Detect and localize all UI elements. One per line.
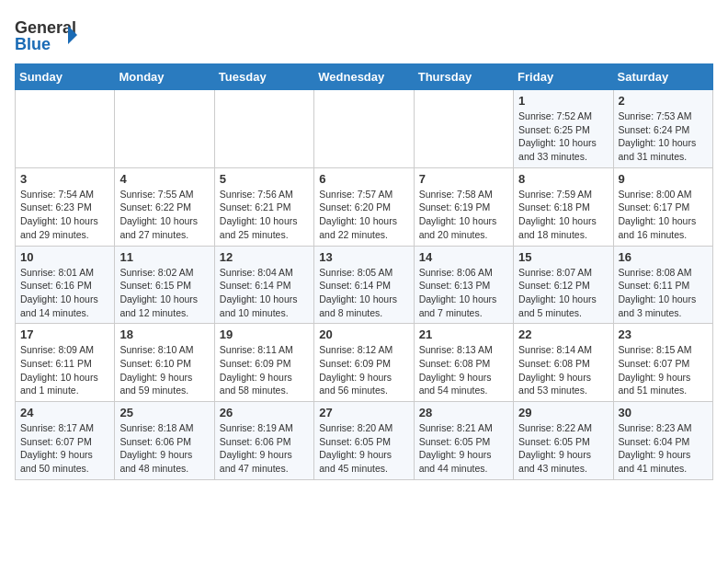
calendar-cell: 26Sunrise: 8:19 AMSunset: 6:06 PMDayligh… — [214, 402, 313, 480]
calendar-week-1: 1Sunrise: 7:52 AMSunset: 6:25 PMDaylight… — [16, 90, 713, 168]
weekday-header-saturday: Saturday — [613, 64, 712, 90]
calendar-cell — [214, 90, 313, 168]
calendar-cell: 16Sunrise: 8:08 AMSunset: 6:11 PMDayligh… — [613, 246, 712, 324]
calendar-week-4: 17Sunrise: 8:09 AMSunset: 6:11 PMDayligh… — [16, 324, 713, 402]
day-info: Sunrise: 8:04 AMSunset: 6:14 PMDaylight:… — [220, 266, 309, 320]
day-info: Sunrise: 8:22 AMSunset: 6:05 PMDaylight:… — [518, 421, 608, 476]
day-number: 18 — [119, 327, 209, 341]
day-info: Sunrise: 8:20 AMSunset: 6:05 PMDaylight:… — [319, 421, 408, 476]
day-number: 27 — [319, 406, 408, 419]
day-number: 30 — [619, 406, 708, 419]
calendar-cell: 24Sunrise: 8:17 AMSunset: 6:07 PMDayligh… — [16, 402, 115, 480]
day-number: 7 — [419, 172, 508, 186]
calendar-week-3: 10Sunrise: 8:01 AMSunset: 6:16 PMDayligh… — [16, 246, 713, 324]
calendar-cell — [115, 90, 214, 168]
calendar-cell: 27Sunrise: 8:20 AMSunset: 6:05 PMDayligh… — [314, 402, 414, 480]
logo-svg: GeneralBlue — [15, 15, 79, 56]
day-number: 28 — [419, 406, 508, 419]
calendar-cell: 6Sunrise: 7:57 AMSunset: 6:20 PMDaylight… — [314, 167, 414, 246]
day-info: Sunrise: 8:00 AMSunset: 6:17 PMDaylight:… — [619, 188, 708, 242]
day-info: Sunrise: 7:57 AMSunset: 6:20 PMDaylight:… — [319, 188, 408, 242]
day-number: 12 — [220, 250, 309, 264]
day-number: 13 — [319, 250, 408, 264]
calendar-cell: 4Sunrise: 7:55 AMSunset: 6:22 PMDaylight… — [115, 167, 214, 246]
weekday-header-tuesday: Tuesday — [214, 64, 313, 90]
calendar-cell: 8Sunrise: 7:59 AMSunset: 6:18 PMDaylight… — [514, 167, 613, 246]
calendar-cell: 10Sunrise: 8:01 AMSunset: 6:16 PMDayligh… — [16, 246, 115, 324]
day-number: 21 — [419, 327, 508, 341]
calendar-body: 1Sunrise: 7:52 AMSunset: 6:25 PMDaylight… — [16, 90, 713, 480]
day-info: Sunrise: 7:59 AMSunset: 6:18 PMDaylight:… — [518, 188, 608, 242]
day-number: 2 — [619, 94, 708, 108]
day-number: 8 — [518, 172, 608, 186]
day-number: 23 — [619, 327, 708, 341]
day-info: Sunrise: 8:10 AMSunset: 6:10 PMDaylight:… — [119, 343, 209, 397]
calendar-cell: 11Sunrise: 8:02 AMSunset: 6:15 PMDayligh… — [115, 246, 214, 324]
day-info: Sunrise: 8:11 AMSunset: 6:09 PMDaylight:… — [220, 343, 309, 397]
day-number: 11 — [119, 250, 209, 264]
calendar-cell: 13Sunrise: 8:05 AMSunset: 6:14 PMDayligh… — [314, 246, 414, 324]
weekday-header-sunday: Sunday — [16, 64, 115, 90]
day-number: 9 — [619, 172, 708, 186]
calendar-cell: 25Sunrise: 8:18 AMSunset: 6:06 PMDayligh… — [115, 402, 214, 480]
day-info: Sunrise: 7:56 AMSunset: 6:21 PMDaylight:… — [220, 188, 309, 242]
calendar-cell: 28Sunrise: 8:21 AMSunset: 6:05 PMDayligh… — [414, 402, 513, 480]
day-number: 10 — [20, 250, 109, 264]
calendar-cell: 1Sunrise: 7:52 AMSunset: 6:25 PMDaylight… — [514, 90, 613, 168]
day-info: Sunrise: 8:08 AMSunset: 6:11 PMDaylight:… — [619, 266, 708, 320]
calendar-cell — [414, 90, 513, 168]
calendar-cell: 3Sunrise: 7:54 AMSunset: 6:23 PMDaylight… — [16, 167, 115, 246]
calendar-cell: 22Sunrise: 8:14 AMSunset: 6:08 PMDayligh… — [514, 324, 613, 402]
day-number: 29 — [518, 406, 608, 419]
day-number: 19 — [220, 327, 309, 341]
calendar-cell: 21Sunrise: 8:13 AMSunset: 6:08 PMDayligh… — [414, 324, 513, 402]
weekday-header-monday: Monday — [115, 64, 214, 90]
day-number: 17 — [20, 327, 109, 341]
day-number: 25 — [119, 406, 209, 419]
day-info: Sunrise: 8:15 AMSunset: 6:07 PMDaylight:… — [619, 343, 708, 397]
day-info: Sunrise: 7:52 AMSunset: 6:25 PMDaylight:… — [518, 109, 608, 164]
day-number: 3 — [20, 172, 109, 186]
day-number: 1 — [518, 94, 608, 108]
day-info: Sunrise: 7:55 AMSunset: 6:22 PMDaylight:… — [119, 188, 209, 242]
day-info: Sunrise: 7:53 AMSunset: 6:24 PMDaylight:… — [619, 109, 708, 164]
calendar-cell: 23Sunrise: 8:15 AMSunset: 6:07 PMDayligh… — [613, 324, 712, 402]
day-info: Sunrise: 8:18 AMSunset: 6:06 PMDaylight:… — [119, 421, 209, 476]
calendar-cell: 15Sunrise: 8:07 AMSunset: 6:12 PMDayligh… — [514, 246, 613, 324]
weekday-header-row: SundayMondayTuesdayWednesdayThursdayFrid… — [16, 64, 713, 90]
day-number: 6 — [319, 172, 408, 186]
calendar-cell — [314, 90, 414, 168]
day-number: 15 — [518, 250, 608, 264]
day-number: 26 — [220, 406, 309, 419]
calendar-cell: 9Sunrise: 8:00 AMSunset: 6:17 PMDaylight… — [613, 167, 712, 246]
calendar-cell: 2Sunrise: 7:53 AMSunset: 6:24 PMDaylight… — [613, 90, 712, 168]
day-info: Sunrise: 8:14 AMSunset: 6:08 PMDaylight:… — [518, 343, 608, 397]
day-number: 14 — [419, 250, 508, 264]
calendar-cell — [16, 90, 115, 168]
day-info: Sunrise: 8:13 AMSunset: 6:08 PMDaylight:… — [419, 343, 508, 397]
calendar-cell: 30Sunrise: 8:23 AMSunset: 6:04 PMDayligh… — [613, 402, 712, 480]
day-info: Sunrise: 8:06 AMSunset: 6:13 PMDaylight:… — [419, 266, 508, 320]
day-info: Sunrise: 8:07 AMSunset: 6:12 PMDaylight:… — [518, 266, 608, 320]
calendar-cell: 19Sunrise: 8:11 AMSunset: 6:09 PMDayligh… — [214, 324, 313, 402]
day-info: Sunrise: 7:54 AMSunset: 6:23 PMDaylight:… — [20, 188, 109, 242]
calendar-cell: 5Sunrise: 7:56 AMSunset: 6:21 PMDaylight… — [214, 167, 313, 246]
day-info: Sunrise: 8:05 AMSunset: 6:14 PMDaylight:… — [319, 266, 408, 320]
day-info: Sunrise: 8:09 AMSunset: 6:11 PMDaylight:… — [20, 343, 109, 397]
day-info: Sunrise: 8:02 AMSunset: 6:15 PMDaylight:… — [119, 266, 209, 320]
calendar-cell: 17Sunrise: 8:09 AMSunset: 6:11 PMDayligh… — [16, 324, 115, 402]
weekday-header-friday: Friday — [514, 64, 613, 90]
svg-text:General: General — [15, 18, 76, 37]
day-info: Sunrise: 8:12 AMSunset: 6:09 PMDaylight:… — [319, 343, 408, 397]
day-info: Sunrise: 8:01 AMSunset: 6:16 PMDaylight:… — [20, 266, 109, 320]
day-number: 16 — [619, 250, 708, 264]
day-number: 20 — [319, 327, 408, 341]
calendar-week-2: 3Sunrise: 7:54 AMSunset: 6:23 PMDaylight… — [16, 167, 713, 246]
day-number: 5 — [220, 172, 309, 186]
calendar-cell: 7Sunrise: 7:58 AMSunset: 6:19 PMDaylight… — [414, 167, 513, 246]
day-info: Sunrise: 8:17 AMSunset: 6:07 PMDaylight:… — [20, 421, 109, 476]
weekday-header-thursday: Thursday — [414, 64, 513, 90]
weekday-header-wednesday: Wednesday — [314, 64, 414, 90]
page-header: GeneralBlue — [15, 15, 713, 56]
day-info: Sunrise: 7:58 AMSunset: 6:19 PMDaylight:… — [419, 188, 508, 242]
